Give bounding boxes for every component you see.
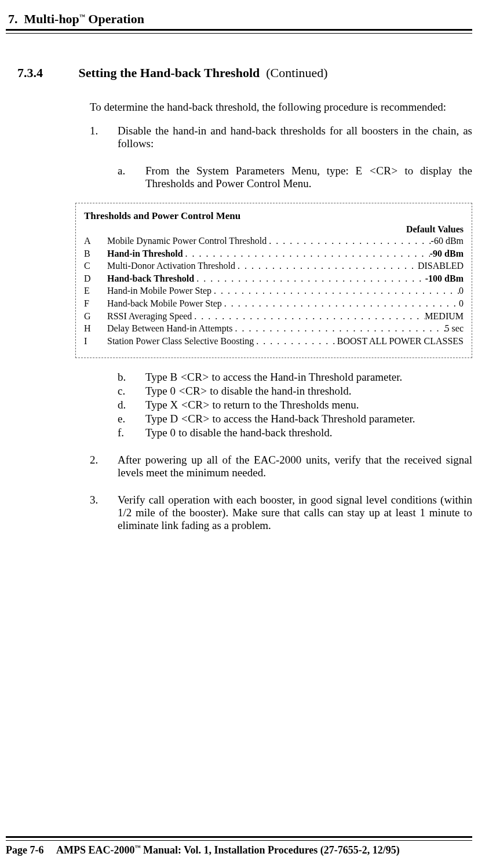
menu-value: -60 dBm xyxy=(431,235,464,247)
menu-row-d: D Hand-back Threshold -100 dBm xyxy=(84,272,464,285)
procedure-list: 1. Disable the hand-in and hand-back thr… xyxy=(90,125,472,190)
menu-letter: A xyxy=(84,235,107,247)
manual-name-post: Manual: Vol. 1, Installation Procedures … xyxy=(141,844,400,856)
menu-letter: E xyxy=(84,285,107,297)
step-2: 2. After powering up all of the EAC-2000… xyxy=(90,454,472,479)
step-number: 1. xyxy=(90,125,118,190)
step-number: 2. xyxy=(90,454,118,479)
substep-b-post: to access the Hand-in Threshold paramete… xyxy=(209,371,403,383)
menu-value: 0 xyxy=(459,285,464,297)
substep-e-pre: Type xyxy=(145,413,170,425)
menu-label: Hand-back Threshold xyxy=(107,272,194,285)
substep-c-post: to disable the hand-in threshold. xyxy=(207,385,352,397)
substep-c: c. Type 0 <CR> to disable the hand-in th… xyxy=(118,385,472,397)
substep-e: e. Type D <CR> to access the Hand-back T… xyxy=(118,413,472,425)
menu-letter: F xyxy=(84,297,107,310)
command-x-cr: X <CR> xyxy=(170,399,209,411)
default-values-label: Default Values xyxy=(84,224,464,235)
procedure-list-cont: b. Type B <CR> to access the Hand-in Thr… xyxy=(90,370,472,532)
intro-paragraph: To determine the hand-back threshold, th… xyxy=(90,101,472,114)
spacer xyxy=(90,370,118,439)
section-heading: 7.3.4 Setting the Hand-back Threshold (C… xyxy=(17,65,472,81)
chapter-text-pre: Multi-hop xyxy=(24,12,79,26)
leader-dots xyxy=(232,322,444,335)
leader-dots xyxy=(194,272,425,285)
section-number: 7.3.4 xyxy=(17,65,75,81)
menu-label: RSSI Averaging Speed xyxy=(107,310,192,323)
substep-letter: f. xyxy=(118,426,145,439)
page-footer: Page 7-6 AMPS EAC-2000™ Manual: Vol. 1, … xyxy=(0,836,478,856)
leader-dots xyxy=(235,260,418,272)
substep-d: d. Type X <CR> to return to the Threshol… xyxy=(118,399,472,411)
menu-letter: C xyxy=(84,260,107,272)
menu-value: -100 dBm xyxy=(425,272,464,285)
leader-dots xyxy=(222,297,459,310)
thresholds-menu-box: Thresholds and Power Control Menu Defaul… xyxy=(75,203,472,358)
menu-label: Delay Between Hand-in Attempts xyxy=(107,322,232,335)
menu-title: Thresholds and Power Control Menu xyxy=(84,210,464,222)
menu-value: DISABLED xyxy=(418,260,464,272)
command-d-cr: D <CR> xyxy=(170,413,209,425)
substep-letter: e. xyxy=(118,413,145,425)
footer-rule xyxy=(6,836,472,841)
substep-letter: c. xyxy=(118,385,145,397)
menu-value: -90 dBm xyxy=(430,247,464,260)
trademark-symbol: ™ xyxy=(135,844,141,851)
leader-dots xyxy=(183,247,430,260)
header-rule xyxy=(6,29,472,34)
step-3: 3. Verify call operation with each boost… xyxy=(90,494,472,532)
substep-f-pre: Type xyxy=(145,426,170,439)
menu-label: Hand-in Threshold xyxy=(107,247,183,260)
step-1-cont: b. Type B <CR> to access the Hand-in Thr… xyxy=(90,370,472,439)
menu-row-h: H Delay Between Hand-in Attempts 5 sec xyxy=(84,322,464,335)
command-0: 0 xyxy=(170,426,176,439)
substep-b: b. Type B <CR> to access the Hand-in Thr… xyxy=(118,371,472,384)
substep-letter: d. xyxy=(118,399,145,411)
substep-a: a. From the System Parameters Menu, type… xyxy=(118,165,472,190)
substep-letter: b. xyxy=(118,371,145,384)
step-2-text: After powering up all of the EAC-2000 un… xyxy=(118,454,472,479)
substep-c-pre: Type xyxy=(145,385,170,397)
chapter-title: 7. Multi-hop™ Operation xyxy=(6,12,472,27)
substep-b-pre: Type xyxy=(145,371,170,383)
menu-row-b: B Hand-in Threshold -90 dBm xyxy=(84,247,464,260)
menu-letter: G xyxy=(84,310,107,323)
step-1-text: Disable the hand-in and hand-back thresh… xyxy=(118,125,472,149)
substep-f: f. Type 0 to disable the hand-back thres… xyxy=(118,426,472,439)
leader-dots xyxy=(211,285,459,297)
substep-a-pre: From the System Parameters Menu, type: xyxy=(145,165,356,177)
continued-label: (Continued) xyxy=(263,65,328,80)
menu-row-i: I Station Power Class Selective Boosting… xyxy=(84,335,464,348)
menu-value: 0 xyxy=(459,297,464,310)
menu-row-g: G RSSI Averaging Speed MEDIUM xyxy=(84,310,464,323)
menu-letter: D xyxy=(84,272,107,285)
menu-label: Mobile Dynamic Power Control Threshold xyxy=(107,235,267,247)
menu-label: Hand-back Mobile Power Step xyxy=(107,297,222,310)
chapter-number: 7. xyxy=(8,12,18,26)
menu-label: Hand-in Mobile Power Step xyxy=(107,285,211,297)
leader-dots xyxy=(267,235,430,247)
menu-row-a: A Mobile Dynamic Power Control Threshold… xyxy=(84,235,464,247)
substep-list-1a: a. From the System Parameters Menu, type… xyxy=(118,165,472,190)
menu-value: BOOST ALL POWER CLASSES xyxy=(337,335,464,348)
substep-e-post: to access the Hand-back Threshold parame… xyxy=(210,413,415,425)
menu-letter: B xyxy=(84,247,107,260)
step-1: 1. Disable the hand-in and hand-back thr… xyxy=(90,125,472,190)
section-title: Setting the Hand-back Threshold xyxy=(79,65,260,80)
leader-dots xyxy=(192,310,425,323)
menu-label: Station Power Class Selective Boosting xyxy=(107,335,254,348)
menu-value: 5 sec xyxy=(445,322,464,335)
menu-letter: I xyxy=(84,335,107,348)
step-3-text: Verify call operation with each booster,… xyxy=(118,494,472,532)
command-e-cr: E <CR> xyxy=(356,165,398,177)
menu-row-c: C Multi-Donor Activation Threshold DISAB… xyxy=(84,260,464,272)
menu-label: Multi-Donor Activation Threshold xyxy=(107,260,235,272)
menu-letter: H xyxy=(84,322,107,335)
menu-row-f: F Hand-back Mobile Power Step 0 xyxy=(84,297,464,310)
command-b-cr: B <CR> xyxy=(170,371,209,383)
step-number: 3. xyxy=(90,494,118,532)
menu-value: MEDIUM xyxy=(425,310,464,323)
leader-dots xyxy=(254,335,337,348)
page-number: Page 7-6 xyxy=(6,844,43,856)
substep-d-post: to return to the Thresholds menu. xyxy=(210,399,359,411)
